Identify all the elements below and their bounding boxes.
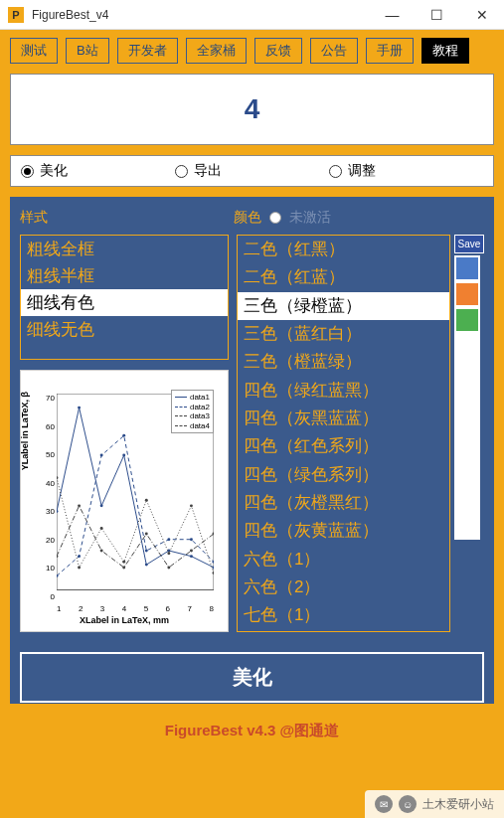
- mode-tab-1[interactable]: 导出: [175, 162, 329, 180]
- svg-point-21: [145, 499, 148, 502]
- color-item[interactable]: 七色（1）: [238, 601, 449, 629]
- svg-point-15: [190, 538, 193, 541]
- svg-point-25: [57, 555, 58, 558]
- color-swatch-10[interactable]: [454, 514, 480, 540]
- svg-point-29: [145, 533, 148, 536]
- main-panel: 样式 颜色 未激活 粗线全框粗线半框细线有色细线无色 7060504030201…: [10, 197, 494, 704]
- svg-point-4: [122, 454, 125, 457]
- y-axis-label: YLabel in LaTeX, β: [20, 391, 30, 469]
- color-swatch-4[interactable]: [454, 359, 480, 385]
- top-toolbar: 测试B站开发者全家桶反馈公告手册教程: [10, 38, 494, 64]
- color-swatch-3[interactable]: [454, 333, 480, 359]
- y-axis-ticks: 706050403020100: [43, 394, 55, 601]
- toolbar-btn-2[interactable]: 开发者: [117, 38, 178, 64]
- color-swatch-5[interactable]: [454, 385, 480, 410]
- chart-legend: data1data2data3data4: [171, 390, 214, 433]
- style-header: 样式: [20, 209, 234, 227]
- color-swatch-2[interactable]: [454, 307, 480, 333]
- color-item[interactable]: 三色（橙蓝绿）: [238, 348, 449, 376]
- beautify-button[interactable]: 美化: [20, 652, 484, 703]
- svg-point-19: [100, 527, 103, 530]
- footer-text: FigureBest v4.3 @图通道: [10, 722, 494, 740]
- svg-point-7: [190, 555, 193, 558]
- wechat-icon-2: ☺: [399, 795, 417, 813]
- svg-point-30: [167, 566, 170, 569]
- toolbar-btn-4[interactable]: 反馈: [254, 38, 302, 64]
- svg-point-20: [122, 561, 125, 564]
- window-titlebar: P FigureBest_v4 — ☐ ✕: [0, 0, 504, 30]
- window-title: FigureBest_v4: [32, 8, 370, 22]
- mode-tabs: 美化导出调整: [10, 155, 494, 187]
- color-item[interactable]: 三色（绿橙蓝）: [238, 292, 449, 320]
- svg-point-3: [100, 504, 103, 507]
- color-item[interactable]: 四色（灰黑蓝蓝）: [238, 405, 449, 432]
- mode-tab-0[interactable]: 美化: [21, 162, 175, 180]
- color-scheme-list[interactable]: 二色（红黑）二色（红蓝）三色（绿橙蓝）三色（蓝红白）三色（橙蓝绿）四色（绿红蓝黑…: [237, 235, 450, 632]
- svg-point-12: [122, 434, 125, 437]
- color-item[interactable]: 四色（绿红蓝黑）: [238, 377, 449, 405]
- style-item[interactable]: 细线有色: [21, 289, 228, 316]
- color-item[interactable]: 四色（红色系列）: [238, 432, 449, 460]
- toolbar-btn-3[interactable]: 全家桶: [186, 38, 247, 64]
- toolbar-btn-7[interactable]: 教程: [421, 38, 469, 64]
- color-swatch-9[interactable]: [454, 488, 480, 514]
- color-item[interactable]: 二色（红蓝）: [238, 263, 449, 291]
- toolbar-btn-0[interactable]: 测试: [10, 38, 58, 64]
- color-swatch-0[interactable]: [454, 255, 480, 281]
- figure-count-display: 4: [10, 74, 494, 145]
- swatch-column: Save: [454, 235, 484, 632]
- svg-point-22: [167, 552, 170, 555]
- svg-point-17: [57, 476, 58, 479]
- color-header: 颜色: [234, 209, 261, 227]
- activate-radio[interactable]: [269, 212, 281, 224]
- toolbar-btn-5[interactable]: 公告: [310, 38, 358, 64]
- x-axis-ticks: 12345678: [57, 604, 214, 613]
- style-item[interactable]: 粗线全框: [21, 236, 228, 262]
- color-item[interactable]: 六色（2）: [238, 573, 449, 601]
- color-swatch-6[interactable]: [454, 410, 480, 436]
- svg-point-1: [57, 510, 58, 513]
- style-item[interactable]: 粗线半框: [21, 262, 228, 289]
- svg-point-11: [100, 454, 103, 457]
- x-axis-label: XLabel in LaTeX, mm: [80, 615, 169, 625]
- color-item[interactable]: 六色（1）: [238, 546, 449, 573]
- style-item[interactable]: 细线无色: [21, 316, 228, 343]
- color-swatch-1[interactable]: [454, 281, 480, 307]
- chart-preview: 706050403020100 12345678 data1data2data3…: [20, 370, 229, 632]
- toolbar-btn-6[interactable]: 手册: [366, 38, 414, 64]
- color-item[interactable]: 四色（绿色系列）: [238, 461, 449, 489]
- svg-point-31: [190, 550, 193, 553]
- wechat-attribution: ✉ ☺ 土木爱研小站: [365, 790, 504, 818]
- color-swatch-7[interactable]: [454, 436, 480, 462]
- svg-point-2: [78, 407, 81, 409]
- inactive-label: 未激活: [289, 209, 331, 227]
- svg-point-26: [78, 504, 81, 507]
- svg-point-23: [190, 504, 193, 507]
- color-item[interactable]: 二色（红黑）: [238, 236, 449, 263]
- app-icon: P: [8, 7, 24, 23]
- close-button[interactable]: ✕: [459, 0, 504, 30]
- svg-point-24: [213, 572, 214, 574]
- wechat-label: 土木爱研小站: [422, 796, 494, 813]
- color-item[interactable]: 三色（蓝红白）: [238, 320, 449, 348]
- svg-point-10: [78, 555, 81, 558]
- wechat-icon: ✉: [375, 795, 393, 813]
- toolbar-btn-1[interactable]: B站: [66, 38, 109, 64]
- svg-point-18: [78, 566, 81, 569]
- color-item[interactable]: 四色（灰橙黑红）: [238, 489, 449, 517]
- save-button[interactable]: Save: [454, 235, 484, 253]
- mode-tab-2[interactable]: 调整: [329, 162, 483, 180]
- svg-point-28: [122, 566, 125, 569]
- minimize-button[interactable]: —: [370, 0, 415, 30]
- color-swatch-8[interactable]: [454, 462, 480, 488]
- maximize-button[interactable]: ☐: [415, 0, 459, 30]
- color-item[interactable]: 四色（灰黄蓝蓝）: [238, 517, 449, 545]
- svg-point-27: [100, 550, 103, 553]
- figure-count-value: 4: [245, 93, 260, 125]
- svg-point-5: [145, 564, 148, 567]
- style-list[interactable]: 粗线全框粗线半框细线有色细线无色: [20, 235, 229, 360]
- svg-point-14: [167, 538, 170, 541]
- svg-point-13: [145, 550, 148, 553]
